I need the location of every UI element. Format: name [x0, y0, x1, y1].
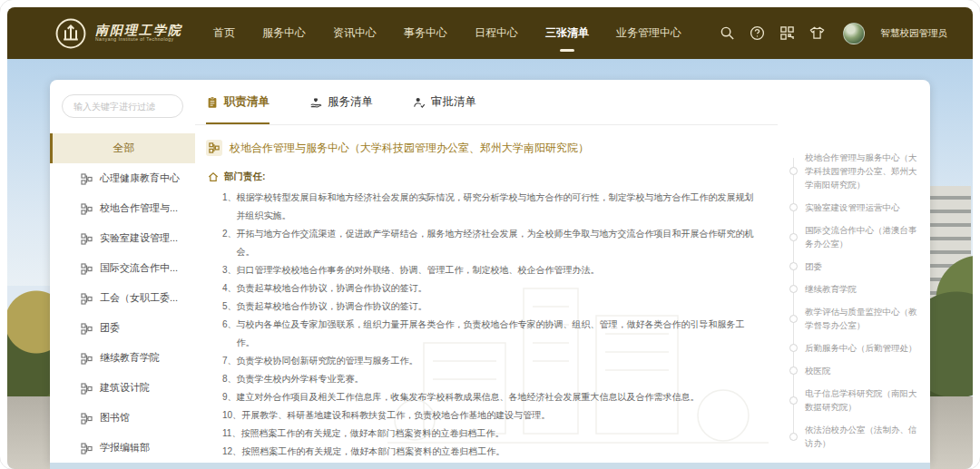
nav-item[interactable]: 服务中心: [262, 25, 306, 41]
search-icon[interactable]: [720, 25, 735, 41]
nav-item[interactable]: 资讯中心: [333, 25, 377, 41]
filter-input[interactable]: [62, 94, 183, 118]
help-icon[interactable]: [750, 25, 765, 41]
nav-item[interactable]: 首页: [213, 25, 235, 41]
nav-item[interactable]: 三张清单: [545, 25, 589, 41]
anchor-link[interactable]: 后勤服务中心（后勤管理处）: [778, 341, 923, 355]
duty-text: 建立对外合作项目及相关工作信息库，收集发布学校科教成果信息、各地经济社会发展重大…: [237, 388, 761, 406]
sidebar-item[interactable]: 继续教育学院: [50, 343, 195, 373]
org-chart-icon: [81, 172, 93, 184]
duty-number: 10、: [222, 406, 241, 425]
duty-text: 负责起草校地合作协议，协调合作协议的签订。: [237, 298, 761, 316]
anchor-link[interactable]: 依法治校办公室（法制办、信访办）: [778, 423, 923, 450]
university-logo[interactable]: 南阳理工学院 Nanyang Institute of Technology: [54, 17, 182, 50]
anchor-link[interactable]: 继续教育学院: [778, 282, 923, 296]
department-title: 校地合作管理与服务中心（大学科技园管理办公室、郑州大学南阳研究院）: [230, 141, 589, 156]
org-chart-icon: [81, 262, 93, 274]
tab-duty-list[interactable]: 职责清单: [206, 80, 270, 124]
duty-text: 负责学校协同创新研究院的管理与服务工作。: [237, 352, 761, 370]
duty-item: 1、 根据学校转型发展目标和地方经济社会发展的实际情况，研究分析学校与地方合作的…: [222, 189, 761, 225]
tab-approval-list[interactable]: 审批清单: [413, 80, 476, 124]
org-chart-icon: [81, 442, 93, 454]
org-chart-icon: [81, 292, 93, 304]
sidebar-item[interactable]: 心理健康教育中心: [50, 163, 195, 193]
duty-text: 归口管理学校校地合作事务的对外联络、协调、管理工作，制定校地、校企合作管理办法。: [237, 261, 761, 279]
sidebar-item-label: 图书馆: [100, 411, 130, 425]
duty-item: 9、 建立对外合作项目及相关工作信息库，收集发布学校科教成果信息、各地经济社会发…: [222, 388, 761, 406]
org-chart-icon: [81, 382, 93, 394]
duty-item: 10、 开展教学、科研基地建设和科教扶贫工作，负责校地合作基地的建设与管理。: [222, 406, 761, 425]
duties-label-row: 部门责任:: [208, 171, 761, 183]
duty-number: 11、: [222, 425, 240, 443]
person-check-icon: [413, 96, 426, 109]
nav-item[interactable]: 事务中心: [404, 25, 447, 41]
app-window: 南阳理工学院 Nanyang Institute of Technology 首…: [0, 0, 980, 469]
hand-heart-icon: [309, 96, 322, 109]
qrcode-icon[interactable]: [779, 25, 795, 41]
sidebar-item-label: 学报编辑部: [100, 441, 150, 454]
duty-text: 与校内各单位及专家加强联系，组织力量开展各类合作，负责校地合作专家的协调、组织、…: [237, 316, 761, 352]
duty-content: 校地合作管理与服务中心（大学科技园管理办公室、郑州大学南阳研究院） 部门责任: …: [195, 125, 778, 463]
logo-subtitle: Nanyang Institute of Technology: [95, 37, 182, 43]
anchor-link[interactable]: 校医院: [778, 364, 923, 377]
clipboard-icon: [206, 96, 219, 109]
top-header-bar: 南阳理工学院 Nanyang Institute of Technology 首…: [7, 7, 973, 59]
org-chart-icon: [81, 322, 93, 334]
duty-item: 11、 按照档案工作的有关规定，做好本部门档案资料的立卷归档工作。: [222, 425, 761, 443]
duty-number: 6、: [222, 316, 237, 352]
header-actions: 智慧校园管理员: [720, 23, 948, 44]
duty-number: 12、: [222, 443, 241, 461]
sidebar-item-label: 校地合作管理与...: [100, 201, 178, 215]
sidebar-item[interactable]: 实验室建设管理...: [50, 223, 195, 253]
tab-service-list[interactable]: 服务清单: [309, 80, 373, 124]
anchor-link[interactable]: 教学评估与质量监控中心（教学督导办公室）: [778, 305, 923, 332]
anchor-link[interactable]: 国际交流合作中心（港澳台事务办公室）: [778, 223, 923, 250]
sidebar-item[interactable]: 国际交流合作中...: [50, 253, 195, 283]
duty-item: 8、 负责学生校内外学科专业竞赛。: [222, 370, 761, 388]
logo-text: 南阳理工学院 Nanyang Institute of Technology: [95, 24, 182, 43]
sidebar-item[interactable]: 团委: [50, 313, 195, 343]
anchor-link[interactable]: 实验室建设管理运营中心: [778, 200, 923, 214]
nav-item[interactable]: 业务管理中心: [616, 25, 681, 41]
sidebar-item-label: 继续教育学院: [100, 351, 160, 365]
list-tabs: 职责清单 服务清单 审批清单: [195, 80, 778, 125]
anchor-link[interactable]: 电子信息学科研究院（南阳大数据研究院）: [778, 386, 923, 414]
main-column: 职责清单 服务清单 审批清单: [195, 80, 778, 463]
sidebar-item-all-label: 全部: [113, 141, 135, 156]
anchor-link[interactable]: 校地合作管理与服务中心（大学科技园管理办公室、郑州大学南阳研究院）: [778, 151, 923, 191]
sidebar-item[interactable]: 工会（女职工委...: [50, 283, 195, 313]
duty-text: 开展教学、科研基地建设和科教扶贫工作，负责校地合作基地的建设与管理。: [241, 406, 761, 425]
org-chart-icon: [81, 202, 93, 214]
duty-number: 9、: [222, 388, 237, 406]
theme-shirt-icon[interactable]: [809, 25, 825, 41]
duty-list: 1、 根据学校转型发展目标和地方经济社会发展的实际情况，研究分析学校与地方合作的…: [206, 189, 761, 461]
sidebar-item-label: 工会（女职工委...: [100, 291, 178, 305]
duty-item: 5、 负责起草校地合作协议，协调合作协议的签订。: [222, 298, 761, 316]
duty-item: 6、 与校内各单位及专家加强联系，组织力量开展各类合作，负责校地合作专家的协调、…: [222, 316, 761, 352]
duty-number: 4、: [222, 279, 237, 298]
sidebar-item[interactable]: 学报编辑部: [50, 433, 195, 463]
duty-number: 3、: [222, 261, 237, 279]
sidebar-department-list: 心理健康教育中心 校地合作管理与...: [50, 163, 195, 463]
org-chart-icon: [81, 232, 93, 244]
duties-label: 部门责任:: [224, 171, 266, 183]
anchor-list: 校地合作管理与服务中心（大学科技园管理办公室、郑州大学南阳研究院） 实验室建设管…: [778, 151, 923, 450]
content-panel: 全部 心理健康教育中心: [50, 80, 930, 463]
sidebar-item-label: 实验室建设管理...: [100, 231, 178, 245]
sidebar-item-all[interactable]: 全部: [50, 133, 195, 163]
duty-item: 2、 开拓与地方合作交流渠道，促进政产学研结合，服务地方经济社会发展，为全校师生…: [222, 225, 761, 261]
anchor-link[interactable]: 团委: [778, 259, 923, 273]
duty-number: 8、: [222, 370, 237, 388]
anchor-rail: 校地合作管理与服务中心（大学科技园管理办公室、郑州大学南阳研究院） 实验室建设管…: [778, 80, 930, 463]
user-avatar[interactable]: [843, 23, 865, 44]
user-name[interactable]: 智慧校园管理员: [881, 27, 948, 40]
duty-item: 4、 负责起草校地合作协议，协调合作协议的签订。: [222, 279, 761, 298]
nav-item[interactable]: 日程中心: [475, 25, 518, 41]
sidebar-item[interactable]: 建筑设计院: [50, 373, 195, 403]
sidebar-item[interactable]: 图书馆: [50, 403, 195, 433]
duty-number: 2、: [222, 225, 237, 261]
org-chart-icon: [81, 412, 93, 424]
duty-item: 12、 按照档案工作的有关规定，做好本部门档案资料的立卷归档工作。: [222, 443, 761, 461]
sidebar-item-label: 建筑设计院: [100, 381, 150, 395]
sidebar-item[interactable]: 校地合作管理与...: [50, 193, 195, 223]
